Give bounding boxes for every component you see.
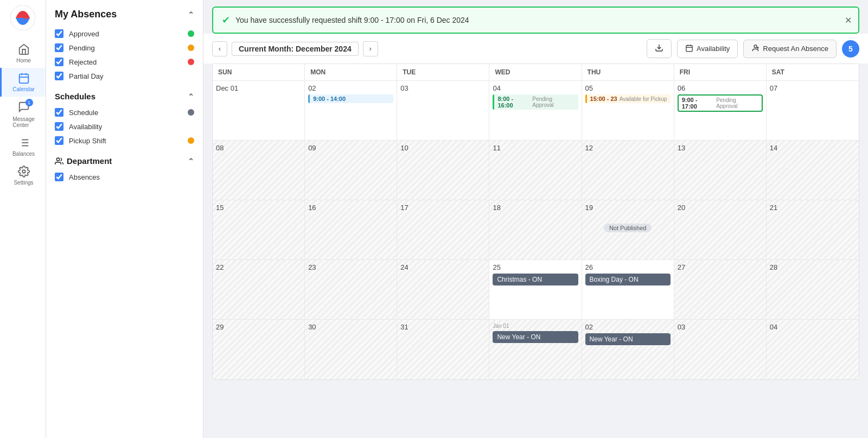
department-header: Department ⌃: [55, 156, 194, 166]
rejected-filter[interactable]: Rejected: [55, 55, 194, 69]
cell-dec17[interactable]: 17: [397, 200, 489, 260]
calendar-nav: ‹ Current Month: December 2024 ›: [212, 41, 378, 56]
cell-dec15[interactable]: 15: [213, 200, 305, 260]
approved-dot: [188, 30, 194, 37]
app-logo[interactable]: [10, 5, 35, 33]
cell-dec31[interactable]: 31: [397, 320, 489, 379]
cell-dec27[interactable]: 27: [674, 260, 767, 320]
availability-filter[interactable]: Availability: [55, 119, 194, 134]
cell-dec09[interactable]: 09: [305, 141, 397, 200]
cell-dec14[interactable]: 14: [767, 141, 859, 200]
cell-dec24[interactable]: 24: [397, 260, 489, 320]
prev-month-button[interactable]: ‹: [212, 41, 227, 56]
partial-day-checkbox[interactable]: [55, 72, 63, 80]
pickup-shift-checkbox[interactable]: [55, 136, 63, 145]
cell-dec19[interactable]: 19 Not Published: [582, 200, 674, 260]
schedule-dot: [188, 109, 194, 116]
day-dec06: 06: [678, 84, 763, 92]
event-dec05-available: 15:00 - 23 Available for Pickup: [585, 94, 671, 103]
cell-dec12[interactable]: 12: [582, 141, 674, 200]
schedule-checkbox[interactable]: [55, 108, 63, 117]
sidebar-item-balances[interactable]: Balances: [0, 132, 46, 161]
svg-point-18: [754, 45, 757, 47]
day-dec01: Dec 01: [216, 84, 301, 92]
cell-dec11[interactable]: 11: [489, 141, 582, 200]
sidebar-item-home[interactable]: Home: [0, 39, 46, 68]
approved-checkbox[interactable]: [55, 29, 63, 38]
sidebar-item-messages[interactable]: 1 MessageCenter: [0, 97, 46, 132]
cell-dec29[interactable]: 29: [213, 320, 305, 379]
cell-jan01[interactable]: Jan 01 New Year - ON: [489, 320, 582, 379]
next-month-button[interactable]: ›: [363, 41, 378, 56]
cell-dec23[interactable]: 23: [305, 260, 397, 320]
export-button[interactable]: [647, 39, 672, 58]
calendar-row-5: 29 30 31 Jan 01 New Year - ON 02 New Yea…: [213, 320, 859, 379]
cell-jan04[interactable]: 04: [767, 320, 859, 379]
event-dec06-pending-highlight: 9:00 - 17:00 Pending Approval: [678, 94, 763, 112]
cell-dec25[interactable]: 25 Christmas - ON: [489, 260, 582, 320]
sidebar-item-calendar[interactable]: Calendar: [0, 68, 46, 97]
cell-dec22[interactable]: 22: [213, 260, 305, 320]
partial-day-filter[interactable]: Partial Day: [55, 69, 194, 83]
chevron-up-icon[interactable]: ⌃: [188, 10, 194, 19]
availability-button-label: Availability: [697, 45, 730, 53]
day-dec05: 05: [585, 84, 671, 92]
pending-filter[interactable]: Pending: [55, 41, 194, 55]
cell-dec21[interactable]: 21: [767, 200, 859, 260]
header-fri: FRI: [674, 64, 767, 81]
pickup-dot: [188, 137, 194, 144]
notification-close-button[interactable]: ✕: [845, 15, 852, 26]
cell-dec26[interactable]: 26 Boxing Day - ON: [582, 260, 674, 320]
header-tue: TUE: [397, 64, 489, 81]
svg-rect-14: [686, 45, 692, 51]
cell-dec30[interactable]: 30: [305, 320, 397, 379]
header-wed: WED: [489, 64, 582, 81]
pending-checkbox[interactable]: [55, 43, 63, 52]
dept-absences-filter[interactable]: Absences: [55, 170, 194, 184]
user-plus-icon: [751, 44, 760, 54]
cell-dec07[interactable]: 07: [767, 81, 859, 141]
rejected-checkbox[interactable]: [55, 58, 63, 66]
check-circle-icon: ✔: [222, 14, 230, 26]
schedules-chevron-icon[interactable]: ⌃: [188, 92, 194, 101]
department-icon: [55, 157, 63, 166]
cell-dec01[interactable]: Dec 01: [213, 81, 305, 141]
svg-rect-1: [19, 74, 28, 84]
dept-absences-checkbox[interactable]: [55, 173, 63, 181]
calendar-header-row: SUN MON TUE WED THU FRI SAT: [213, 64, 859, 81]
cell-dec05[interactable]: 05 15:00 - 23 Available for Pickup: [582, 81, 674, 141]
cell-dec10[interactable]: 10: [397, 141, 489, 200]
cell-jan03[interactable]: 03: [674, 320, 767, 379]
availability-button[interactable]: Availability: [677, 40, 738, 58]
pickup-shift-filter[interactable]: Pickup Shift: [55, 134, 194, 148]
sidebar-item-messages-label: MessageCenter: [12, 116, 35, 128]
cell-dec03[interactable]: 03: [397, 81, 489, 141]
sidebar-item-calendar-label: Calendar: [12, 86, 35, 92]
cell-dec08[interactable]: 08: [213, 141, 305, 200]
cell-dec06[interactable]: 06 9:00 - 17:00 Pending Approval: [674, 81, 767, 141]
request-absence-label: Request An Absence: [763, 45, 828, 53]
cell-dec02[interactable]: 02 9:00 - 14:00: [305, 81, 397, 141]
department-chevron-icon[interactable]: ⌃: [188, 157, 194, 166]
cell-dec20[interactable]: 20: [674, 200, 767, 260]
request-absence-button[interactable]: Request An Absence: [743, 40, 837, 58]
day-dec04: 04: [493, 84, 578, 92]
event-dec04-pending: 8:00 - 16:00 Pending Approval: [493, 94, 578, 110]
availability-checkbox[interactable]: [55, 122, 63, 131]
cell-jan02[interactable]: 02 New Year - ON: [582, 320, 674, 379]
schedule-filter[interactable]: Schedule: [55, 105, 194, 119]
current-month-label: Current Month: December 2024: [232, 42, 359, 56]
cell-dec13[interactable]: 13: [674, 141, 767, 200]
cell-dec18[interactable]: 18: [489, 200, 582, 260]
nav-count-button[interactable]: 5: [842, 40, 859, 58]
cell-dec28[interactable]: 28: [767, 260, 859, 320]
approved-filter[interactable]: Approved: [55, 27, 194, 41]
sidebar-item-settings-label: Settings: [14, 180, 33, 186]
cell-dec16[interactable]: 16: [305, 200, 397, 260]
event-boxing-day: Boxing Day - ON: [585, 274, 671, 285]
sidebar-item-settings[interactable]: Settings: [0, 161, 46, 190]
calendar-actions: Availability Request An Absence 5: [647, 39, 859, 58]
sidebar-item-balances-label: Balances: [12, 151, 35, 157]
cell-dec04[interactable]: 04 8:00 - 16:00 Pending Approval: [489, 81, 582, 141]
my-absences-title: My Absences ⌃: [55, 9, 194, 20]
